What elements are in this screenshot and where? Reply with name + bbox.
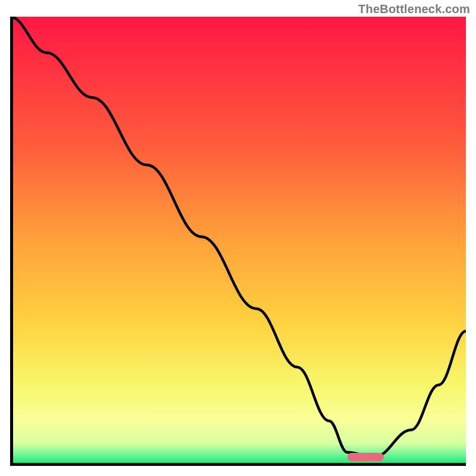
chart-stage: TheBottleneck.com [0, 0, 476, 476]
axes-frame [10, 17, 466, 466]
watermark-text: TheBottleneck.com [358, 2, 470, 16]
optimal-range-marker [347, 453, 384, 461]
